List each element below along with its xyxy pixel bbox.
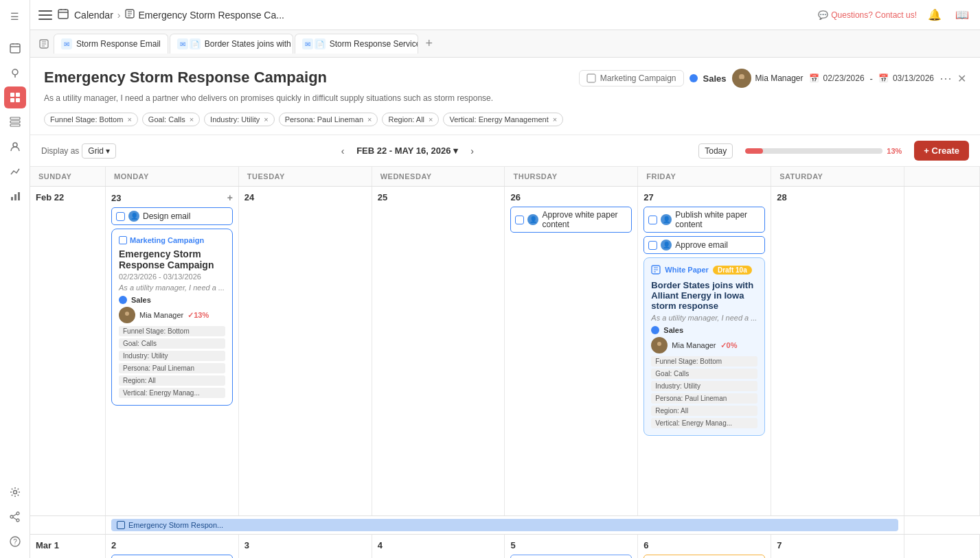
tab-border-states[interactable]: ✉ 📄 Border States joins with Alli... (170, 34, 293, 54)
task-checkbox-approve-email[interactable] (648, 241, 657, 250)
sidebar-grid-icon[interactable] (4, 111, 26, 133)
tag-region-close[interactable]: × (429, 115, 433, 124)
team-dot (690, 74, 698, 82)
svg-point-1 (12, 69, 18, 75)
tag-funnel[interactable]: Funnel Stage: Bottom × (44, 113, 138, 126)
grid-selector[interactable]: Grid ▾ (82, 143, 116, 159)
sidebar-hamburger[interactable]: ☰ (4, 5, 26, 27)
svg-rect-24 (119, 237, 127, 244)
svg-rect-19 (58, 10, 68, 19)
day-mar5: 5 👤 B... (505, 535, 638, 558)
svg-point-15 (10, 515, 13, 518)
breadcrumb-calendar[interactable]: Calendar (74, 10, 113, 21)
svg-rect-3 (16, 93, 20, 97)
date-range-display[interactable]: FEB 22 - MAY 16, 2026 ▾ (356, 146, 458, 156)
tab-service-label: Storm Response Service W... (330, 39, 418, 49)
span-event-container: Emergency Storm Respon... (106, 516, 904, 534)
book-icon[interactable]: 📖 (953, 5, 972, 25)
day-extra (904, 187, 980, 515)
task-checkbox-approve-wp[interactable] (515, 216, 524, 224)
task-approve-wp[interactable]: 👤 Approve white paper content (510, 207, 632, 233)
tab-email-icon: ✉ (61, 38, 72, 49)
calendar-tab-icon[interactable] (36, 36, 52, 52)
tag-industry-close[interactable]: × (264, 115, 268, 124)
notification-bell[interactable]: 🔔 (925, 5, 944, 25)
add-tab-button[interactable]: + (420, 34, 439, 54)
day-num-mar2: 2 (111, 540, 233, 550)
wp-tag-3: Persona: Paul Lineman (651, 393, 757, 404)
task-publish-wp[interactable]: 👤 Publish white paper content (643, 207, 765, 233)
sidebar-chart-icon[interactable] (4, 161, 26, 183)
task-design-email[interactable]: 👤 Design email (111, 207, 233, 225)
sidebar-person-icon[interactable] (4, 136, 26, 158)
campaign-card-manager: Mia Manager ✓13% (119, 307, 225, 323)
svg-rect-28 (117, 522, 125, 529)
header-thursday: THURSDAY (505, 167, 638, 186)
day-num-24: 24 (244, 192, 366, 202)
span-event-label: Emergency Storm Respon... (128, 521, 223, 529)
tab-storm-service[interactable]: ✉ 📄 Storm Response Service W... (295, 34, 418, 54)
next-period-button[interactable]: › (464, 143, 480, 159)
task-avatar-approve-email: 👤 (661, 240, 672, 251)
header-sunday: SUNDAY (30, 167, 106, 186)
day-fri27: 27 👤 Publish white paper content 👤 Appro… (638, 187, 771, 515)
top-bar-right: 💬 Questions? Contact us! 🔔 📖 (818, 5, 972, 25)
day-mar4: 4 (372, 535, 505, 558)
team-label: Sales (703, 73, 727, 84)
tag-vertical-close[interactable]: × (553, 115, 557, 124)
sidebar-calendar-icon[interactable] (4, 37, 26, 59)
task-checkbox-publish[interactable] (648, 216, 657, 224)
tag-region[interactable]: Region: All × (382, 113, 439, 126)
more-options-button[interactable]: ⋯ (939, 71, 952, 86)
close-button[interactable]: ✕ (957, 72, 966, 85)
whitepaper-card[interactable]: White Paper Draft 10a Border States join… (643, 257, 765, 436)
task-avatar-design: 👤 (128, 211, 139, 222)
top-bar: Calendar › Emergency Storm Response Ca..… (30, 0, 980, 30)
tab-service-icon: 📄 (315, 38, 326, 49)
tag-vertical[interactable]: Vertical: Energy Management × (443, 113, 563, 126)
span-event-bar[interactable]: Emergency Storm Respon... (111, 519, 898, 531)
task-approve-email[interactable]: 👤 Approve email (643, 236, 765, 254)
task-mar5-partial[interactable]: 👤 B... (510, 555, 632, 558)
sidebar-bar-icon[interactable] (4, 185, 26, 207)
today-button[interactable]: Today (698, 143, 733, 159)
hamburger-menu[interactable] (38, 8, 52, 22)
tag-goal[interactable]: Goal: Calls × (142, 113, 200, 126)
sidebar-settings-icon[interactable] (4, 481, 26, 503)
day-mar3: 3 (239, 535, 372, 558)
breadcrumb-campaign[interactable]: Emergency Storm Response Ca... (139, 10, 284, 21)
sidebar-question-icon[interactable]: ? (4, 531, 26, 553)
svg-rect-8 (10, 124, 20, 126)
task-publish-label: Publish white paper content (675, 210, 760, 229)
card-tags: Funnel Stage: Bottom Goal: Calls Industr… (119, 326, 225, 398)
prev-period-button[interactable]: ‹ (334, 143, 351, 159)
tag-goal-close[interactable]: × (190, 115, 194, 124)
card-tag-0: Funnel Stage: Bottom (119, 326, 225, 336)
display-as-label: Display as Grid ▾ (41, 143, 116, 159)
create-button[interactable]: + Create (914, 141, 969, 161)
progress-section: 13% (745, 147, 902, 155)
campaign-popup-card[interactable]: Marketing Campaign Emergency Storm Respo… (111, 229, 233, 406)
task-send-email[interactable]: 👤 Send email (111, 555, 233, 558)
campaign-title: Emergency Storm Response Campaign (44, 69, 565, 86)
svg-point-9 (13, 143, 17, 147)
tag-industry[interactable]: Industry: Utility × (204, 113, 275, 126)
sidebar-share-icon[interactable] (4, 506, 26, 528)
add-event-mon[interactable]: + (227, 192, 233, 203)
day-num-mar1: Mar 1 (36, 540, 100, 550)
task-mar6-partial[interactable]: ⏱ 10:05a (643, 555, 765, 558)
svg-text:?: ? (13, 538, 17, 546)
tab-border-states-label: Border States joins with Alli... (205, 39, 293, 49)
sidebar-map-icon[interactable] (4, 62, 26, 84)
tag-persona-close[interactable]: × (367, 115, 372, 124)
questions-button[interactable]: 💬 Questions? Contact us! (818, 10, 917, 20)
wp-tag-1: Goal: Calls (651, 369, 757, 379)
day-num-25: 25 (378, 192, 499, 202)
tab-storm-response-email[interactable]: ✉ Storm Response Email (54, 34, 168, 54)
tags-row: Funnel Stage: Bottom × Goal: Calls × Ind… (44, 113, 966, 126)
day-num-mar5: 5 (510, 540, 632, 550)
task-checkbox-design[interactable] (116, 212, 125, 221)
sidebar-active-icon[interactable] (4, 86, 26, 108)
tag-funnel-close[interactable]: × (127, 115, 131, 124)
tag-persona[interactable]: Persona: Paul Lineman × (279, 113, 378, 126)
